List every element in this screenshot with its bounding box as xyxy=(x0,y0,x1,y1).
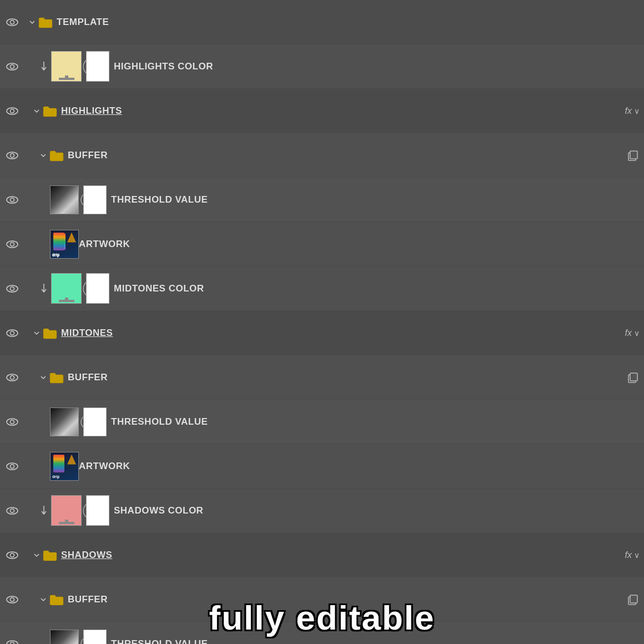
midtones-group-row[interactable]: MIDTONES fx ∨ xyxy=(0,311,644,355)
layers-panel: TEMPLATE xyxy=(0,0,644,644)
gradient-thumb xyxy=(50,407,79,436)
artwork-thumb: drip xyxy=(50,230,79,259)
fx-badge: fx xyxy=(625,106,632,116)
svg-point-27 xyxy=(11,509,14,512)
shadows-color-row[interactable]: SHADOWS COLOR xyxy=(0,489,644,533)
visibility-toggle[interactable] xyxy=(4,148,20,163)
svg-point-11 xyxy=(11,198,14,202)
artwork-thumb: drip xyxy=(50,452,79,481)
fx-chevron[interactable]: ∨ xyxy=(634,107,640,115)
svg-point-19 xyxy=(11,375,14,379)
visibility-toggle[interactable] xyxy=(4,14,20,30)
template-label: TEMPLATE xyxy=(57,17,640,28)
midtones-buffer-row[interactable]: BUFFER xyxy=(0,355,644,400)
folder-icon xyxy=(42,326,58,340)
copy-icon[interactable] xyxy=(626,371,640,384)
visibility-toggle[interactable] xyxy=(4,459,20,474)
color-swatch[interactable] xyxy=(51,51,82,82)
watermark-overlay: fully editable xyxy=(0,591,644,644)
shadows-group-label: SHADOWS xyxy=(61,550,625,561)
visibility-toggle[interactable] xyxy=(4,281,20,296)
clipping-arrow xyxy=(39,62,49,72)
visibility-toggle[interactable] xyxy=(4,103,20,119)
highlights-threshold-row[interactable]: THRESHOLD VALUE xyxy=(0,178,644,222)
highlights-color-row[interactable]: HIGHLIGHTS COLOR xyxy=(0,44,644,89)
collapse-chevron[interactable] xyxy=(32,329,41,338)
highlights-artwork-row[interactable]: drip ARTWORK xyxy=(0,222,644,266)
midtones-threshold-row[interactable]: THRESHOLD VALUE xyxy=(0,400,644,444)
highlights-buffer-row[interactable]: BUFFER xyxy=(0,133,644,178)
visibility-toggle[interactable] xyxy=(4,59,20,74)
fx-badge: fx xyxy=(625,550,632,560)
visibility-toggle[interactable] xyxy=(4,370,20,385)
visibility-toggle[interactable] xyxy=(4,547,20,563)
midtones-color-label: MIDTONES COLOR xyxy=(114,283,640,294)
collapse-chevron[interactable] xyxy=(28,18,37,27)
visibility-toggle[interactable] xyxy=(4,325,20,341)
mask-swatch xyxy=(83,185,107,214)
watermark-text: fully editable xyxy=(209,598,435,637)
svg-point-1 xyxy=(11,20,14,24)
highlights-group-row[interactable]: HIGHLIGHTS fx ∨ xyxy=(0,89,644,133)
color-swatch[interactable] xyxy=(51,495,82,526)
svg-point-5 xyxy=(11,109,14,113)
thumb-group xyxy=(50,185,107,214)
collapse-chevron[interactable] xyxy=(32,551,41,560)
mask-swatch xyxy=(83,407,107,436)
highlights-color-label: HIGHLIGHTS COLOR xyxy=(114,61,640,72)
svg-point-17 xyxy=(11,331,14,335)
svg-point-13 xyxy=(11,242,14,246)
gradient-thumb xyxy=(50,185,79,214)
visibility-toggle[interactable] xyxy=(4,414,20,430)
highlights-artwork-label: ARTWORK xyxy=(79,239,640,250)
midtones-group-label: MIDTONES xyxy=(61,328,625,339)
visibility-toggle[interactable] xyxy=(4,192,20,208)
svg-point-15 xyxy=(11,286,14,290)
clipping-arrow xyxy=(39,284,49,294)
svg-rect-9 xyxy=(630,151,637,159)
swatch-group xyxy=(51,273,109,304)
shadows-group-row[interactable]: SHADOWS fx ∨ xyxy=(0,533,644,577)
visibility-toggle[interactable] xyxy=(4,503,20,519)
swatch-group xyxy=(51,495,109,526)
mask-swatch xyxy=(86,273,109,304)
folder-icon xyxy=(42,549,58,562)
folder-icon xyxy=(49,371,64,384)
collapse-chevron[interactable] xyxy=(39,373,48,382)
midtones-artwork-row[interactable]: drip ARTWORK xyxy=(0,444,644,489)
highlights-threshold-label: THRESHOLD VALUE xyxy=(111,194,640,205)
svg-point-3 xyxy=(11,64,14,68)
highlights-buffer-label: BUFFER xyxy=(68,150,347,161)
midtones-color-row[interactable]: MIDTONES COLOR xyxy=(0,266,644,311)
clipping-arrow xyxy=(39,506,49,516)
svg-point-29 xyxy=(11,553,14,557)
midtones-artwork-label: ARTWORK xyxy=(79,461,640,472)
fx-chevron[interactable]: ∨ xyxy=(634,329,640,338)
svg-point-23 xyxy=(11,420,14,424)
folder-icon xyxy=(49,149,64,162)
collapse-chevron[interactable] xyxy=(39,151,48,160)
template-group-row[interactable]: TEMPLATE xyxy=(0,0,644,44)
svg-point-7 xyxy=(11,153,14,157)
thumb-group xyxy=(50,407,107,436)
shadows-color-label: SHADOWS COLOR xyxy=(114,505,640,516)
collapse-chevron[interactable] xyxy=(32,107,41,115)
folder-icon xyxy=(38,16,53,29)
mask-swatch xyxy=(86,495,109,526)
midtones-buffer-label: BUFFER xyxy=(68,372,347,383)
midtones-threshold-label: THRESHOLD VALUE xyxy=(111,416,640,427)
fx-badge: fx xyxy=(625,328,632,338)
svg-point-25 xyxy=(11,464,14,468)
highlights-group-label: HIGHLIGHTS xyxy=(61,105,625,117)
fx-chevron[interactable]: ∨ xyxy=(634,551,640,560)
color-swatch[interactable] xyxy=(51,273,82,304)
swatch-group xyxy=(51,51,109,82)
svg-rect-21 xyxy=(630,373,637,381)
copy-icon[interactable] xyxy=(626,149,640,162)
visibility-toggle[interactable] xyxy=(4,237,20,252)
mask-swatch xyxy=(86,51,109,82)
folder-icon xyxy=(42,104,58,118)
